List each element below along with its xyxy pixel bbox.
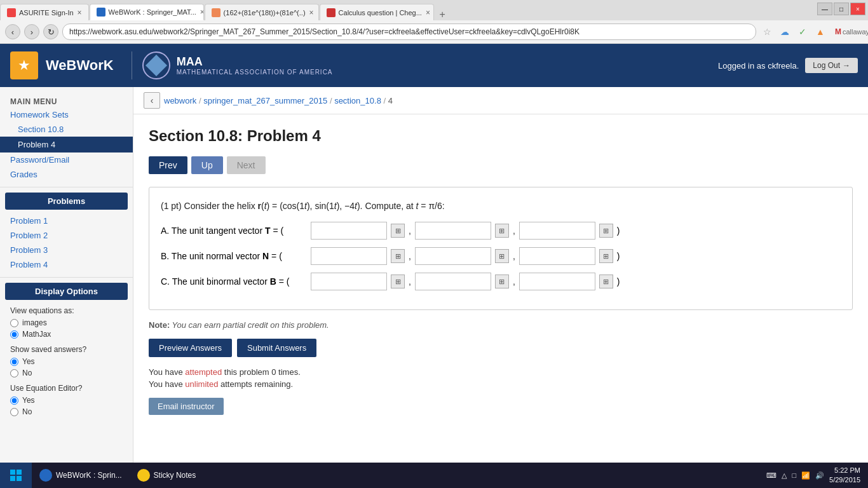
tab-bar: ASURITE Sign-In × WeBWorK : Springer_MAT… — [0, 0, 868, 20]
vector-B-input-1[interactable] — [311, 247, 387, 265]
forward-button[interactable]: › — [24, 24, 39, 39]
vector-A-grid-1[interactable]: ⊞ — [391, 224, 405, 238]
sidebar-item-problem2[interactable]: Problem 2 — [0, 228, 133, 243]
vector-A-grid-3[interactable]: ⊞ — [599, 224, 613, 238]
vector-A-input-1[interactable] — [311, 222, 387, 240]
vector-C-input-2[interactable] — [415, 273, 491, 290]
tab-webwork[interactable]: WeBWorK : Springer_MAT... × — [90, 4, 204, 20]
breadcrumb-course[interactable]: springer_mat_267_summer_2015 — [203, 96, 327, 105]
sidebar-item-problem4-list[interactable]: Problem 4 — [0, 257, 133, 272]
vector-B-input-2[interactable] — [415, 247, 491, 265]
tab-asurite[interactable]: ASURITE Sign-In × — [0, 4, 89, 20]
maa-subtitle: MATHEMATICAL ASSOCIATION OF AMERICA — [177, 69, 333, 76]
vector-B-input-3[interactable] — [519, 247, 595, 265]
taskbar-items: WeBWorK : Sprin... Sticky Notes — [32, 463, 759, 463]
vector-C-close-paren: ) — [617, 276, 620, 287]
prev-button[interactable]: Prev — [149, 156, 187, 174]
vector-row-C: C. The unit binormal vector B = ( ⊞ , ⊞ … — [161, 273, 841, 290]
vector-A-close-paren: ) — [617, 226, 620, 236]
attempts-mid: this problem — [222, 367, 271, 377]
radio-images[interactable]: images — [10, 317, 123, 329]
taskbar-item-webwork[interactable]: WeBWorK : Sprin... — [32, 463, 130, 463]
sidebar-item-password[interactable]: Password/Email — [0, 152, 133, 167]
vector-B-grid-2[interactable]: ⊞ — [495, 249, 509, 263]
vector-B-grid-1[interactable]: ⊞ — [391, 249, 405, 263]
vector-A-input-2[interactable] — [415, 222, 491, 240]
vector-C-input-3[interactable] — [519, 273, 595, 290]
content-area: ‹ webwork / springer_mat_267_summer_2015… — [133, 87, 868, 463]
new-tab-button[interactable]: + — [435, 9, 451, 20]
breadcrumb-webwork[interactable]: webwork — [164, 96, 196, 105]
radio-saved-yes[interactable]: Yes — [10, 356, 123, 367]
start-button[interactable] — [0, 463, 32, 463]
logout-button[interactable]: Log Out → — [805, 58, 858, 73]
address-input[interactable] — [62, 24, 756, 40]
sidebar-item-homework-sets[interactable]: Homework Sets — [0, 107, 133, 122]
radio-editor-yes[interactable]: Yes — [10, 395, 123, 406]
radio-saved-yes-input[interactable] — [10, 358, 18, 366]
radio-saved-no-input[interactable] — [10, 369, 18, 377]
attempts-line-2: You have unlimited attempts remaining. — [149, 379, 853, 389]
radio-images-input[interactable] — [10, 319, 18, 327]
preview-answers-button[interactable]: Preview Answers — [149, 339, 232, 357]
radio-mathjax-input[interactable] — [10, 330, 18, 339]
tab-close-chegg[interactable]: × — [426, 8, 430, 17]
problem-box: (1 pt) Consider the helix r(t) = (cos(1t… — [149, 187, 853, 310]
sidebar-item-section108[interactable]: Section 10.8 — [0, 122, 133, 137]
radio-editor-no-input[interactable] — [10, 408, 18, 416]
sidebar-item-problem4[interactable]: Problem 4 — [0, 137, 133, 152]
radio-saved-no[interactable]: No — [10, 367, 123, 379]
note-bold: Note: — [149, 320, 170, 330]
vector-B-close-paren: ) — [617, 251, 620, 261]
equation-editor-label: Use Equation Editor? — [10, 384, 123, 395]
tab-close-asurite[interactable]: × — [78, 8, 82, 17]
vector-C-grid-1[interactable]: ⊞ — [391, 274, 405, 288]
tab-chegg[interactable]: Calculus question | Cheg... × — [320, 4, 434, 20]
radio-mathjax[interactable]: MathJax — [10, 329, 123, 340]
bookmark-star-icon[interactable]: ☆ — [760, 25, 774, 39]
sidebar-item-grades[interactable]: Grades — [0, 167, 133, 182]
tab-calc[interactable]: (162+(81e^(18t))+(81e^(..) × — [205, 4, 319, 20]
sidebar-item-problem1[interactable]: Problem 1 — [0, 214, 133, 228]
email-instructor-button[interactable]: Email instructor — [149, 398, 224, 415]
maximize-button[interactable]: □ — [834, 3, 849, 15]
tab-close-calc[interactable]: × — [309, 8, 314, 17]
radio-editor-no[interactable]: No — [10, 406, 123, 417]
back-button[interactable]: ‹ — [5, 24, 20, 39]
main-layout: MAIN MENU Homework Sets Section 10.8 Pro… — [0, 87, 868, 463]
tab-close-webwork[interactable]: × — [200, 8, 204, 17]
drive-icon[interactable]: ▲ — [813, 25, 827, 39]
breadcrumb-back-button[interactable]: ‹ — [144, 92, 160, 109]
submit-answers-button[interactable]: Submit Answers — [237, 339, 316, 357]
breadcrumb: webwork / springer_mat_267_summer_2015 /… — [164, 96, 393, 105]
attempts-post: times. — [276, 367, 300, 377]
radio-editor-yes-input[interactable] — [10, 396, 18, 405]
taskbar-item-sticky-notes[interactable]: Sticky Notes — [130, 463, 204, 463]
minimize-button[interactable]: — — [817, 3, 832, 15]
shield-icon[interactable]: ✓ — [796, 25, 810, 39]
vector-C-input-1[interactable] — [311, 273, 387, 290]
sidebar-item-problem3[interactable]: Problem 3 — [0, 243, 133, 257]
vector-C-grid-3[interactable]: ⊞ — [599, 274, 613, 288]
cloud-icon[interactable]: ☁ — [778, 25, 792, 39]
vector-row-B: B. The unit normal vector N = ( ⊞ , ⊞ , … — [161, 247, 841, 265]
breadcrumb-section[interactable]: section_10.8 — [334, 96, 381, 105]
tab-label-chegg: Calculus question | Cheg... — [339, 9, 422, 17]
app-title: WeBWorK — [46, 57, 114, 74]
toolbar-icons: ☆ ☁ ✓ ▲ M callaway — [760, 25, 863, 39]
unlimited-link[interactable]: unlimited — [185, 379, 218, 389]
vector-row-A: A. The unit tangent vector T = ( ⊞ , ⊞ ,… — [161, 222, 841, 240]
breadcrumb-problem-num: 4 — [388, 96, 393, 105]
maa-text-block: MAA MATHEMATICAL ASSOCIATION OF AMERICA — [177, 55, 333, 76]
tab-favicon-asurite — [7, 8, 16, 17]
refresh-button[interactable]: ↻ — [43, 24, 58, 39]
vector-B-grid-3[interactable]: ⊞ — [599, 249, 613, 263]
vector-A-grid-2[interactable]: ⊞ — [495, 224, 509, 238]
sidebar-divider-2 — [0, 277, 133, 278]
problem-title: Section 10.8: Problem 4 — [149, 127, 853, 145]
vector-A-input-3[interactable] — [519, 222, 595, 240]
attempted-link[interactable]: attempted — [185, 367, 222, 377]
up-button[interactable]: Up — [191, 156, 223, 174]
close-button[interactable]: × — [850, 3, 865, 15]
vector-C-grid-2[interactable]: ⊞ — [495, 274, 509, 288]
